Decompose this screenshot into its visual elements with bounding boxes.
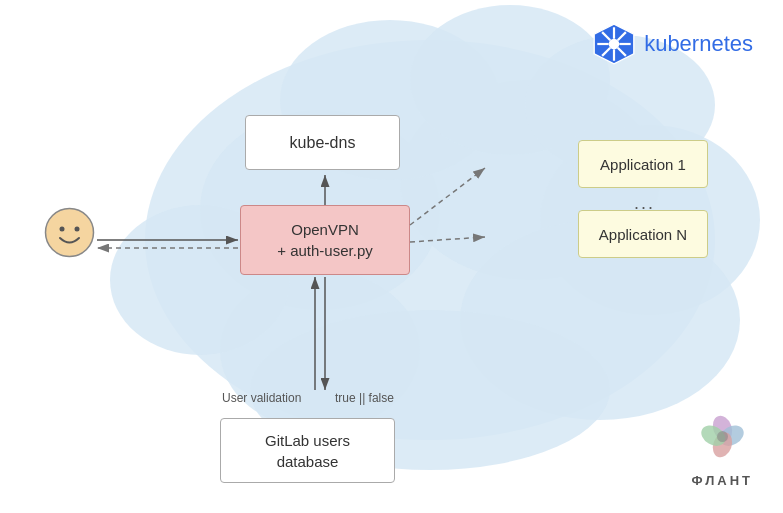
user-icon <box>42 205 97 264</box>
svg-point-23 <box>60 227 65 232</box>
svg-point-13 <box>609 39 620 50</box>
true-false-label: true || false <box>335 391 394 405</box>
appN-label: Application N <box>599 226 687 243</box>
kubernetes-label: kubernetes <box>592 22 753 66</box>
flant-text: ФЛАНТ <box>692 473 753 488</box>
flant-icon <box>695 410 750 465</box>
kubernetes-icon <box>592 22 636 66</box>
application-n-box: Application N <box>578 210 708 258</box>
openvpn-box: OpenVPN+ auth-user.py <box>240 205 410 275</box>
flant-logo: ФЛАНТ <box>692 410 753 488</box>
kube-dns-box: kube-dns <box>245 115 400 170</box>
application-1-box: Application 1 <box>578 140 708 188</box>
svg-point-39 <box>717 431 728 442</box>
kubernetes-text: kubernetes <box>644 31 753 57</box>
svg-point-22 <box>46 209 94 257</box>
user-validation-label: User validation <box>222 391 301 405</box>
kube-dns-label: kube-dns <box>290 134 356 152</box>
gitlab-label: GitLab usersdatabase <box>265 430 350 472</box>
svg-point-24 <box>75 227 80 232</box>
openvpn-label: OpenVPN+ auth-user.py <box>277 219 372 261</box>
app1-label: Application 1 <box>600 156 686 173</box>
gitlab-box: GitLab usersdatabase <box>220 418 395 483</box>
